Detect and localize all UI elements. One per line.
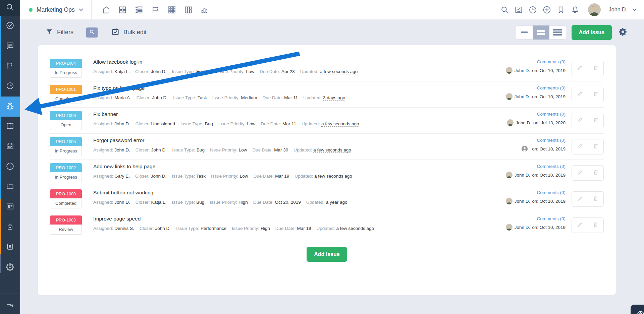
issue-status[interactable]: Completed <box>50 94 82 104</box>
sidebar-item-passwords[interactable] <box>0 217 20 237</box>
issue-id-badge[interactable]: PRO-1001 <box>50 85 82 94</box>
bulk-edit-button[interactable]: Bulk edit <box>111 27 147 38</box>
issue-id-badge[interactable]: PRO-1002 <box>50 163 82 172</box>
issue-badge[interactable]: PRO-1002 In Progress <box>50 163 82 182</box>
kanban-columns-icon[interactable] <box>184 5 193 14</box>
closer-label: Closer: <box>136 121 150 126</box>
expand-arrow-icon <box>6 301 14 311</box>
delete-issue-button[interactable] <box>588 192 603 206</box>
comments-link[interactable]: Comments (0) <box>537 59 566 64</box>
flag-banner-icon[interactable] <box>151 5 160 14</box>
user-name[interactable]: John D. <box>609 7 627 13</box>
edit-issue-button[interactable] <box>572 61 588 76</box>
issue-status[interactable]: In Progress <box>50 172 82 182</box>
chevron-down-icon[interactable] <box>632 8 637 11</box>
issue-title[interactable]: Fix banner <box>93 111 478 117</box>
sidebar-item-files[interactable] <box>0 177 20 197</box>
updated-value[interactable]: a few seconds ago <box>313 147 351 153</box>
edit-issue-button[interactable] <box>572 139 588 154</box>
issue-title[interactable]: Add new links to help page <box>93 164 478 170</box>
updated-value[interactable]: 3 days ago <box>323 95 345 101</box>
comments-link[interactable]: Comments (0) <box>537 216 566 221</box>
edit-issue-button[interactable] <box>572 218 588 233</box>
issue-badge[interactable]: PRO-1004 In Progress <box>50 59 82 78</box>
sidebar-item-contacts[interactable] <box>0 197 20 217</box>
quick-search-button[interactable] <box>86 27 98 38</box>
bookmark-icon[interactable] <box>556 5 566 14</box>
delete-issue-button[interactable] <box>588 166 603 180</box>
sidebar-item-settings[interactable] <box>0 257 20 277</box>
sidebar-item-info[interactable] <box>0 157 20 177</box>
issue-id-badge[interactable]: PRO-1000 <box>50 189 82 198</box>
issue-id-badge[interactable]: PRO-1003 <box>50 215 82 225</box>
list-bullets-icon[interactable] <box>135 5 144 14</box>
delete-issue-button[interactable] <box>588 218 603 233</box>
issue-title[interactable]: Fix typo on homepage <box>93 85 478 91</box>
issue-title[interactable]: Forgot password error <box>93 137 478 143</box>
grid-3x3-icon[interactable] <box>167 5 176 14</box>
comments-link[interactable]: Comments (0) <box>537 112 566 117</box>
sidebar-item-discussions[interactable] <box>0 36 20 56</box>
issue-status[interactable]: Completed <box>50 198 82 208</box>
issue-title[interactable]: Allow facebook log-in <box>93 59 478 65</box>
issue-status[interactable]: In Progress <box>50 68 82 78</box>
settings-gear-button[interactable] <box>618 27 628 38</box>
add-issue-button[interactable]: Add Issue <box>572 25 612 40</box>
plus-circle-icon[interactable] <box>542 5 551 14</box>
grid-2x2-icon[interactable] <box>118 5 127 14</box>
issue-id-badge[interactable]: PRO-1005 <box>50 137 82 146</box>
issue-title[interactable]: Submit button not working <box>93 190 478 196</box>
sidebar-item-issues[interactable] <box>0 97 20 117</box>
edit-issue-button[interactable] <box>572 166 588 180</box>
issue-status[interactable]: Open <box>50 120 82 130</box>
search-icon[interactable] <box>500 5 509 14</box>
delete-issue-button[interactable] <box>588 139 603 154</box>
bell-icon[interactable] <box>571 5 580 14</box>
comments-link[interactable]: Comments (0) <box>537 164 566 169</box>
delete-issue-button[interactable] <box>588 113 603 128</box>
sidebar-expand-button[interactable] <box>0 299 20 314</box>
issue-badge[interactable]: PRO-1005 In Progress <box>50 137 82 156</box>
comments-link[interactable]: Comments (0) <box>537 190 566 195</box>
sidebar-item-milestones[interactable] <box>0 56 20 76</box>
updated-value[interactable]: a few seconds ago <box>321 121 359 127</box>
inbox-check-icon[interactable] <box>514 5 523 14</box>
issue-status[interactable]: Review <box>50 225 82 235</box>
delete-issue-button[interactable] <box>588 87 603 102</box>
view-mode-single-line[interactable] <box>516 25 533 40</box>
issue-badge[interactable]: PRO-1003 Review <box>50 215 82 235</box>
sidebar-item-calendar[interactable] <box>0 137 20 157</box>
clock-icon[interactable] <box>528 5 537 14</box>
workspace-selector[interactable]: Marketing Ops <box>20 0 91 19</box>
edit-issue-button[interactable] <box>572 87 588 102</box>
comments-link[interactable]: Comments (0) <box>537 85 566 90</box>
updated-value[interactable]: a few seconds ago <box>314 174 352 179</box>
delete-issue-button[interactable] <box>588 61 603 76</box>
issue-status[interactable]: In Progress <box>50 146 82 156</box>
user-avatar[interactable] <box>588 3 601 16</box>
help-widget-button[interactable] <box>631 305 644 314</box>
home-icon[interactable] <box>102 5 111 14</box>
sidebar-item-wiki[interactable] <box>0 117 20 137</box>
issue-id-badge[interactable]: PRO-1006 <box>50 111 82 120</box>
filters-button[interactable]: Filters <box>45 28 73 37</box>
issue-badge[interactable]: PRO-1001 Completed <box>50 85 82 104</box>
issue-badge[interactable]: PRO-1006 Open <box>50 111 82 130</box>
comments-link[interactable]: Comments (0) <box>537 138 566 143</box>
updated-value[interactable]: a year ago <box>326 200 347 205</box>
sidebar-item-tasks[interactable] <box>0 16 20 36</box>
bar-chart-icon[interactable] <box>200 6 209 14</box>
updated-value[interactable]: a few seconds ago <box>336 226 374 231</box>
issue-badge[interactable]: PRO-1000 Completed <box>50 189 82 208</box>
issue-id-badge[interactable]: PRO-1004 <box>50 59 82 68</box>
edit-issue-button[interactable] <box>572 113 588 128</box>
updated-value[interactable]: a few seconds ago <box>320 69 358 74</box>
issue-title[interactable]: Improve page speed <box>93 216 478 222</box>
edit-issue-button[interactable] <box>572 192 588 206</box>
add-issue-button-bottom[interactable]: Add Issue <box>307 247 347 262</box>
view-mode-three-line[interactable] <box>549 25 566 40</box>
sidebar-item-invoices[interactable] <box>0 237 20 257</box>
view-mode-two-line[interactable] <box>533 25 549 40</box>
sidebar-item-time[interactable] <box>0 76 20 97</box>
sidebar-search-button[interactable] <box>0 0 20 16</box>
